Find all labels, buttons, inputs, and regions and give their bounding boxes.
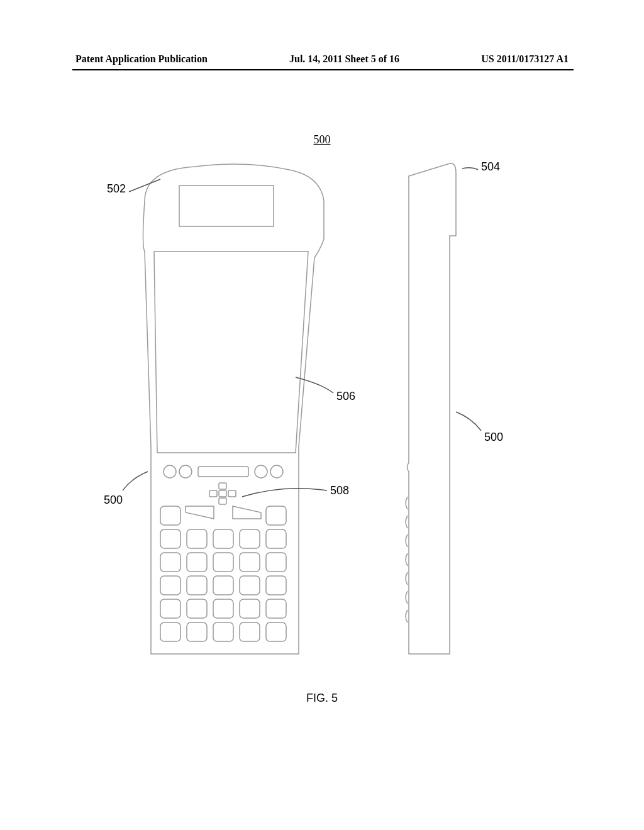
svg-rect-21 (240, 553, 260, 572)
svg-rect-27 (266, 576, 286, 595)
svg-rect-17 (266, 529, 286, 548)
svg-rect-34 (187, 622, 207, 641)
figure-caption: FIG. 5 (306, 692, 338, 705)
svg-rect-3 (198, 467, 248, 477)
svg-rect-9 (228, 490, 236, 497)
header-left: Patent Application Publication (75, 53, 208, 65)
svg-rect-28 (160, 599, 180, 618)
svg-rect-29 (187, 599, 207, 618)
svg-rect-14 (187, 529, 207, 548)
svg-rect-36 (240, 622, 260, 641)
svg-rect-23 (160, 576, 180, 595)
svg-rect-30 (213, 599, 233, 618)
ref-500-right: 500 (484, 431, 503, 444)
svg-rect-16 (240, 529, 260, 548)
svg-rect-26 (240, 576, 260, 595)
svg-rect-31 (240, 599, 260, 618)
figure-title: 500 (314, 133, 331, 147)
svg-rect-6 (219, 483, 226, 489)
header-right: US 2011/0173127 A1 (481, 53, 569, 65)
ref-506: 506 (336, 390, 355, 403)
svg-rect-15 (213, 529, 233, 548)
svg-rect-37 (266, 622, 286, 641)
svg-rect-8 (219, 490, 226, 497)
svg-rect-32 (266, 599, 286, 618)
svg-rect-24 (187, 576, 207, 595)
svg-rect-33 (160, 622, 180, 641)
svg-rect-19 (187, 553, 207, 572)
svg-point-5 (270, 465, 283, 478)
svg-rect-22 (266, 553, 286, 572)
svg-rect-13 (160, 529, 180, 548)
svg-rect-25 (213, 576, 233, 595)
patent-drawing: 502 504 506 500 500 508 (107, 157, 547, 673)
svg-rect-10 (219, 498, 226, 504)
header-rule (72, 69, 574, 70)
svg-rect-20 (213, 553, 233, 572)
ref-500-left: 500 (104, 494, 123, 507)
page-header: Patent Application Publication Jul. 14, … (0, 53, 644, 65)
svg-rect-12 (266, 506, 286, 525)
svg-rect-11 (160, 506, 180, 525)
svg-rect-18 (160, 553, 180, 572)
header-center: Jul. 14, 2011 Sheet 5 of 16 (289, 53, 399, 65)
svg-point-1 (164, 465, 176, 478)
ref-502: 502 (107, 182, 126, 196)
svg-point-4 (255, 465, 267, 478)
svg-rect-35 (213, 622, 233, 641)
ref-508: 508 (330, 484, 349, 497)
ref-504: 504 (481, 160, 500, 174)
svg-point-2 (179, 465, 192, 478)
svg-rect-0 (179, 185, 274, 226)
svg-rect-7 (209, 490, 217, 497)
